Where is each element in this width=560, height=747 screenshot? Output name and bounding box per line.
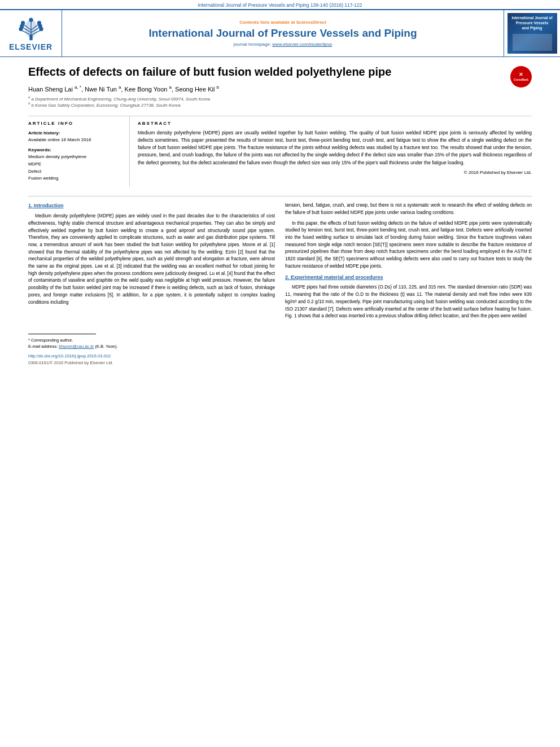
journal-ref-bar: International Journal of Pressure Vessel… — [0, 0, 560, 9]
available-online-text: Available online 16 March 2016 — [28, 137, 123, 143]
section-divider — [28, 196, 532, 196]
keywords-list: Medium density polyethylene MDPE Defect … — [28, 154, 123, 182]
keywords-title: Keywords: — [28, 147, 123, 152]
elsevier-wordmark: ELSEVIER — [9, 42, 53, 51]
abstract-text: Medium density polyethylene (MDPE) pipes… — [138, 129, 532, 167]
elsevier-logo-container: ELSEVIER — [0, 10, 62, 56]
body-col-right: tension, bend, fatigue, crush, and creep… — [285, 202, 532, 324]
journal-header: ELSEVIER Contents lists available at Sci… — [0, 9, 560, 57]
footer-section: * Corresponding author. E-mail address: … — [0, 329, 560, 369]
journal-cover-thumb: International Journal of Pressure Vessel… — [508, 13, 557, 54]
elsevier-logo: ELSEVIER — [9, 16, 53, 51]
article-info-title: ARTICLE INFO — [28, 121, 123, 126]
doi-link[interactable]: http://dx.doi.org/10.1016/j.ijpvp.2016.0… — [28, 353, 111, 359]
body-columns: 1. Introduction Medium density polyethyl… — [28, 202, 532, 324]
footnote-email: E-mail address: khyoon@cau.ac.kr (K.B. Y… — [28, 343, 532, 350]
affiliations: a a Department of Mechanical Engineering… — [28, 95, 532, 108]
svg-point-11 — [21, 21, 25, 25]
section2-para1: MDPE pipes had three outside diameters (… — [285, 284, 532, 320]
abstract-title: ABSTRACT — [138, 121, 532, 126]
footnote-corresponding: * Corresponding author. — [28, 337, 532, 343]
authors-line: Huan Sheng Lai a, *, Nwe Ni Tun a, Kee B… — [28, 85, 532, 93]
svg-point-14 — [37, 21, 41, 25]
body-col-left: 1. Introduction Medium density polyethyl… — [28, 202, 275, 324]
info-abstract-section: ARTICLE INFO Article history: Available … — [28, 116, 532, 187]
svg-point-15 — [29, 18, 33, 21]
crossmark-badge: ✕ CrossMark — [510, 66, 532, 88]
article-info-panel: ARTICLE INFO Article history: Available … — [28, 116, 130, 187]
intro-para1: Medium density polyethylene (MDPE) pipes… — [28, 213, 275, 306]
elsevier-tree-icon — [14, 16, 48, 41]
article-title: Effects of defects on failure of butt fu… — [28, 65, 532, 79]
footer-issn: 0308-0161/© 2016 Published by Elsevier L… — [28, 360, 532, 365]
copyright-line: © 2016 Published by Elsevier Ltd. — [138, 170, 532, 175]
intro-col2-para2: In this paper, the effects of butt fusio… — [285, 220, 532, 270]
journal-homepage: journal homepage: www.elsevier.com/locat… — [234, 42, 332, 47]
journal-thumbnail: International Journal of Pressure Vessel… — [504, 10, 560, 56]
intro-col2-para1: tension, bend, fatigue, crush, and creep… — [285, 202, 532, 216]
article-history-title: Article history: — [28, 130, 123, 136]
sciencedirect-link: Contents lists available at ScienceDirec… — [239, 20, 326, 25]
section2-heading: 2. Experimental material and procedures — [285, 274, 532, 282]
journal-header-center: Contents lists available at ScienceDirec… — [62, 10, 504, 56]
abstract-panel: ABSTRACT Medium density polyethylene (MD… — [130, 116, 532, 187]
footnote-divider — [28, 334, 96, 334]
journal-title: International Journal of Pressure Vessel… — [148, 27, 417, 40]
article-content: ✕ CrossMark Effects of defects on failur… — [0, 57, 560, 329]
introduction-heading: 1. Introduction — [28, 202, 275, 210]
